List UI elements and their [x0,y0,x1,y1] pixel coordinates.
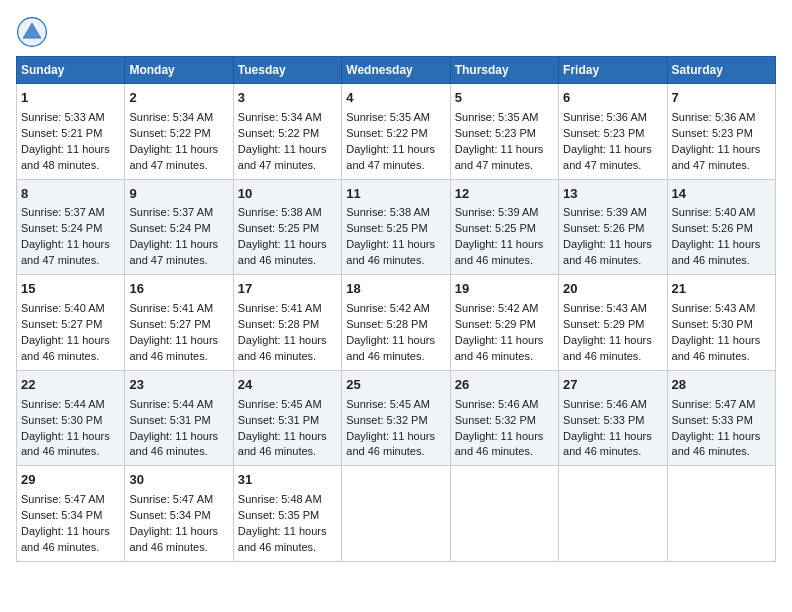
calendar-cell [450,466,558,562]
day-number: 9 [129,185,228,204]
daylight-hours: Daylight: 11 hours and 46 minutes. [238,525,327,553]
sunset-time: Sunset: 5:33 PM [672,414,753,426]
sunset-time: Sunset: 5:29 PM [563,318,644,330]
logo-icon [16,16,48,48]
daylight-hours: Daylight: 11 hours and 47 minutes. [672,143,761,171]
sunrise-time: Sunrise: 5:40 AM [672,206,756,218]
day-number: 21 [672,280,771,299]
day-number: 13 [563,185,662,204]
daylight-hours: Daylight: 11 hours and 46 minutes. [21,525,110,553]
sunset-time: Sunset: 5:25 PM [238,222,319,234]
calendar-cell: 9Sunrise: 5:37 AMSunset: 5:24 PMDaylight… [125,179,233,275]
sunset-time: Sunset: 5:30 PM [672,318,753,330]
sunrise-time: Sunrise: 5:33 AM [21,111,105,123]
calendar-cell: 15Sunrise: 5:40 AMSunset: 5:27 PMDayligh… [17,275,125,371]
calendar-cell: 16Sunrise: 5:41 AMSunset: 5:27 PMDayligh… [125,275,233,371]
daylight-hours: Daylight: 11 hours and 46 minutes. [129,525,218,553]
sunset-time: Sunset: 5:31 PM [238,414,319,426]
sunrise-time: Sunrise: 5:38 AM [238,206,322,218]
sunset-time: Sunset: 5:23 PM [563,127,644,139]
daylight-hours: Daylight: 11 hours and 47 minutes. [129,143,218,171]
sunset-time: Sunset: 5:25 PM [346,222,427,234]
day-number: 18 [346,280,445,299]
daylight-hours: Daylight: 11 hours and 46 minutes. [21,430,110,458]
calendar-cell: 22Sunrise: 5:44 AMSunset: 5:30 PMDayligh… [17,370,125,466]
daylight-hours: Daylight: 11 hours and 46 minutes. [672,238,761,266]
sunrise-time: Sunrise: 5:36 AM [672,111,756,123]
column-header-saturday: Saturday [667,57,775,84]
sunrise-time: Sunrise: 5:35 AM [346,111,430,123]
sunrise-time: Sunrise: 5:40 AM [21,302,105,314]
sunset-time: Sunset: 5:34 PM [21,509,102,521]
calendar-cell: 30Sunrise: 5:47 AMSunset: 5:34 PMDayligh… [125,466,233,562]
day-number: 24 [238,376,337,395]
day-number: 19 [455,280,554,299]
sunset-time: Sunset: 5:32 PM [455,414,536,426]
day-number: 31 [238,471,337,490]
sunset-time: Sunset: 5:33 PM [563,414,644,426]
sunrise-time: Sunrise: 5:47 AM [672,398,756,410]
calendar-cell: 5Sunrise: 5:35 AMSunset: 5:23 PMDaylight… [450,84,558,180]
daylight-hours: Daylight: 11 hours and 46 minutes. [672,430,761,458]
day-number: 2 [129,89,228,108]
sunset-time: Sunset: 5:32 PM [346,414,427,426]
calendar-cell: 25Sunrise: 5:45 AMSunset: 5:32 PMDayligh… [342,370,450,466]
sunrise-time: Sunrise: 5:45 AM [238,398,322,410]
column-header-sunday: Sunday [17,57,125,84]
daylight-hours: Daylight: 11 hours and 46 minutes. [455,334,544,362]
sunrise-time: Sunrise: 5:34 AM [129,111,213,123]
calendar-cell: 20Sunrise: 5:43 AMSunset: 5:29 PMDayligh… [559,275,667,371]
sunset-time: Sunset: 5:22 PM [238,127,319,139]
daylight-hours: Daylight: 11 hours and 46 minutes. [238,334,327,362]
daylight-hours: Daylight: 11 hours and 47 minutes. [238,143,327,171]
day-number: 28 [672,376,771,395]
sunset-time: Sunset: 5:23 PM [672,127,753,139]
sunrise-time: Sunrise: 5:47 AM [21,493,105,505]
sunrise-time: Sunrise: 5:48 AM [238,493,322,505]
sunrise-time: Sunrise: 5:44 AM [21,398,105,410]
calendar-cell: 23Sunrise: 5:44 AMSunset: 5:31 PMDayligh… [125,370,233,466]
sunrise-time: Sunrise: 5:43 AM [672,302,756,314]
calendar-cell: 14Sunrise: 5:40 AMSunset: 5:26 PMDayligh… [667,179,775,275]
calendar-cell: 3Sunrise: 5:34 AMSunset: 5:22 PMDaylight… [233,84,341,180]
calendar-cell: 27Sunrise: 5:46 AMSunset: 5:33 PMDayligh… [559,370,667,466]
calendar-week-row: 29Sunrise: 5:47 AMSunset: 5:34 PMDayligh… [17,466,776,562]
calendar-cell: 26Sunrise: 5:46 AMSunset: 5:32 PMDayligh… [450,370,558,466]
day-number: 4 [346,89,445,108]
sunrise-time: Sunrise: 5:37 AM [21,206,105,218]
calendar-cell: 12Sunrise: 5:39 AMSunset: 5:25 PMDayligh… [450,179,558,275]
page-wrapper: SundayMondayTuesdayWednesdayThursdayFrid… [16,16,776,562]
column-header-tuesday: Tuesday [233,57,341,84]
column-header-friday: Friday [559,57,667,84]
sunset-time: Sunset: 5:24 PM [21,222,102,234]
daylight-hours: Daylight: 11 hours and 46 minutes. [238,238,327,266]
sunset-time: Sunset: 5:28 PM [238,318,319,330]
calendar-cell: 17Sunrise: 5:41 AMSunset: 5:28 PMDayligh… [233,275,341,371]
calendar-cell: 24Sunrise: 5:45 AMSunset: 5:31 PMDayligh… [233,370,341,466]
day-number: 16 [129,280,228,299]
daylight-hours: Daylight: 11 hours and 47 minutes. [346,143,435,171]
calendar-cell: 4Sunrise: 5:35 AMSunset: 5:22 PMDaylight… [342,84,450,180]
daylight-hours: Daylight: 11 hours and 46 minutes. [563,430,652,458]
sunset-time: Sunset: 5:30 PM [21,414,102,426]
daylight-hours: Daylight: 11 hours and 46 minutes. [129,430,218,458]
sunrise-time: Sunrise: 5:43 AM [563,302,647,314]
day-number: 27 [563,376,662,395]
daylight-hours: Daylight: 11 hours and 47 minutes. [455,143,544,171]
day-number: 7 [672,89,771,108]
calendar-cell: 28Sunrise: 5:47 AMSunset: 5:33 PMDayligh… [667,370,775,466]
calendar-cell: 11Sunrise: 5:38 AMSunset: 5:25 PMDayligh… [342,179,450,275]
daylight-hours: Daylight: 11 hours and 46 minutes. [563,238,652,266]
daylight-hours: Daylight: 11 hours and 46 minutes. [563,334,652,362]
sunrise-time: Sunrise: 5:41 AM [129,302,213,314]
sunrise-time: Sunrise: 5:37 AM [129,206,213,218]
calendar-cell: 10Sunrise: 5:38 AMSunset: 5:25 PMDayligh… [233,179,341,275]
day-number: 1 [21,89,120,108]
daylight-hours: Daylight: 11 hours and 47 minutes. [563,143,652,171]
sunset-time: Sunset: 5:27 PM [21,318,102,330]
day-number: 15 [21,280,120,299]
sunrise-time: Sunrise: 5:34 AM [238,111,322,123]
sunset-time: Sunset: 5:27 PM [129,318,210,330]
day-number: 5 [455,89,554,108]
daylight-hours: Daylight: 11 hours and 47 minutes. [129,238,218,266]
